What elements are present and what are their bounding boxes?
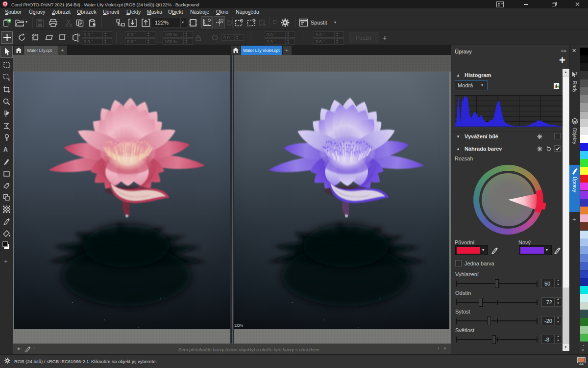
svg-text:?: ? [575, 71, 578, 76]
